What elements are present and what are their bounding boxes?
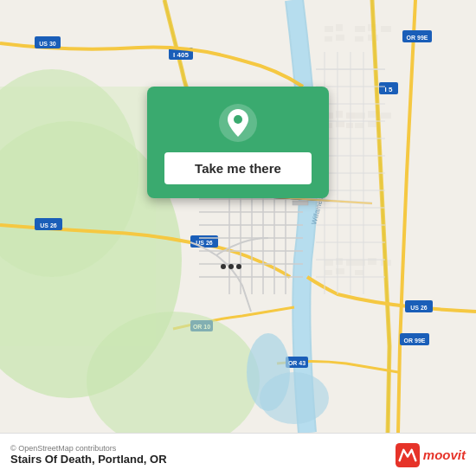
svg-rect-27 xyxy=(325,36,332,42)
svg-text:OR 99E: OR 99E xyxy=(407,35,428,41)
location-title: Stairs Of Death, Portland, OR xyxy=(10,453,167,466)
svg-rect-3 xyxy=(0,87,156,346)
svg-point-105 xyxy=(260,372,329,424)
moovit-brand-text: moovit xyxy=(423,447,466,462)
svg-text:I 405: I 405 xyxy=(173,51,189,59)
location-card: Take me there xyxy=(147,87,329,198)
svg-rect-40 xyxy=(368,258,376,265)
svg-rect-32 xyxy=(355,36,363,42)
bottom-bar: © OpenStreetMap contributors Stairs Of D… xyxy=(0,433,476,476)
svg-rect-21 xyxy=(368,111,376,118)
svg-rect-35 xyxy=(336,258,343,265)
svg-text:US 26: US 26 xyxy=(40,222,57,228)
svg-rect-31 xyxy=(381,26,391,32)
svg-rect-102 xyxy=(293,201,308,205)
map-container: Willamette River xyxy=(0,0,476,433)
svg-rect-22 xyxy=(381,113,391,119)
svg-rect-25 xyxy=(325,26,333,32)
svg-rect-37 xyxy=(325,270,332,275)
svg-rect-19 xyxy=(346,123,353,128)
svg-rect-42 xyxy=(355,270,363,275)
map-attribution: © OpenStreetMap contributors xyxy=(10,444,167,453)
svg-text:US 30: US 30 xyxy=(39,41,56,47)
svg-text:I 5: I 5 xyxy=(385,86,393,93)
svg-point-110 xyxy=(234,115,242,124)
svg-rect-34 xyxy=(325,260,333,266)
svg-text:OR 43: OR 43 xyxy=(288,360,306,366)
location-pin-icon xyxy=(217,102,259,144)
svg-rect-15 xyxy=(336,111,343,118)
moovit-logo: moovit xyxy=(396,443,466,467)
svg-rect-23 xyxy=(355,123,363,128)
svg-text:OR 99E: OR 99E xyxy=(404,338,426,344)
svg-rect-108 xyxy=(236,264,241,269)
svg-rect-26 xyxy=(336,24,343,31)
svg-rect-107 xyxy=(228,264,234,269)
svg-rect-106 xyxy=(221,264,226,269)
svg-rect-29 xyxy=(355,26,365,32)
svg-text:US 26: US 26 xyxy=(410,305,428,311)
bottom-left-info: © OpenStreetMap contributors Stairs Of D… xyxy=(10,444,167,466)
take-me-there-button[interactable]: Take me there xyxy=(164,152,312,184)
map-svg: Willamette River xyxy=(0,0,476,433)
moovit-m-icon xyxy=(396,443,420,467)
svg-rect-28 xyxy=(336,35,344,41)
